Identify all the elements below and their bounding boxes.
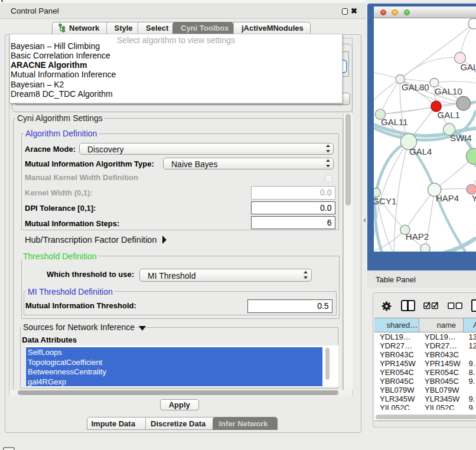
svg-text:GAL4: GAL4: [409, 146, 432, 156]
svg-text:GAL10: GAL10: [435, 86, 462, 96]
svg-text:HAP2: HAP2: [406, 231, 429, 242]
svg-text:GCY1: GCY1: [374, 196, 396, 206]
svg-text:YJ: YJ: [471, 193, 476, 203]
svg-text:SWI4: SWI4: [450, 133, 472, 143]
svg-text:GAL7: GAL7: [460, 62, 476, 72]
svg-text:GAL1: GAL1: [438, 110, 460, 120]
svg-text:GAL11: GAL11: [381, 117, 408, 127]
svg-text:GAL80: GAL80: [402, 82, 429, 92]
svg-text:HAP4: HAP4: [436, 193, 459, 203]
